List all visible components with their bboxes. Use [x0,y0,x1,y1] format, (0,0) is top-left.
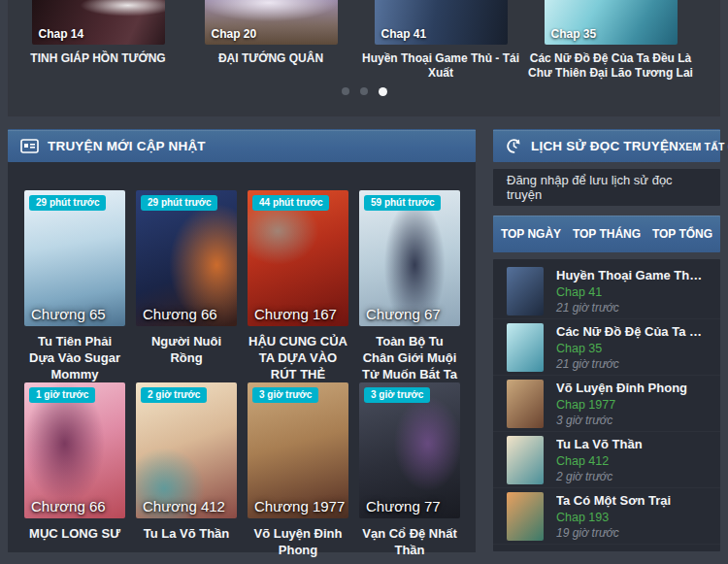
section-title: LỊCH SỬ ĐỌC TRUYỆN [531,139,678,153]
manga-card[interactable]: 29 phút trước Chương 65 Tu Tiên Phải Dựa… [24,190,125,382]
carousel-title-link[interactable]: ĐẠI TƯỚNG QUÂN [187,51,354,66]
chapter-link[interactable]: Chap 35 [556,342,707,355]
carousel-pagination [8,87,720,96]
manga-title-link[interactable]: MỤC LONG SƯ [24,525,125,545]
manga-card[interactable]: 1 giờ trước Chương 66 MỤC LONG SƯ [24,382,125,558]
carousel-cover-image[interactable]: Chap 41 [375,0,508,45]
manga-title-link[interactable]: Các Nữ Đồ Đệ Của Ta Đều Là Chư... [556,324,707,339]
manga-card[interactable]: 44 phút trước Chương 167 HẬU CUNG CỦA TA… [248,190,348,382]
manga-cover[interactable]: 1 giờ trước Chương 66 [24,382,125,518]
carousel-cover-image[interactable]: Chap 14 [32,0,165,45]
manga-title-link[interactable]: Võ Luyện Đỉnh Phong [248,525,348,558]
update-time-badge: 59 phút trước [364,195,441,211]
manga-card[interactable]: 59 phút trước Chương 67 Toàn Bộ Tu Chân … [359,190,460,382]
update-time-badge: 3 giờ trước [364,387,430,403]
manga-title-link[interactable]: HẬU CUNG CỦA TA DỰA VÀO RÚT THẺ [248,333,348,382]
chapter-label: Chương 167 [254,306,337,322]
carousel-item[interactable]: Chap 14 TINH GIÁP HỒN TƯỚNG [15,0,182,66]
carousel-item[interactable]: Chap 20 ĐẠI TƯỚNG QUÂN [187,0,354,66]
top-item-text: Các Nữ Đồ Đệ Của Ta Đều Là Chư... Chap 3… [556,324,707,371]
top-list-item[interactable]: Huyền Thoại Game Thủ - Tái Xuất Chap 41 … [493,263,720,319]
carousel-title-link[interactable]: TINH GIÁP HỒN TƯỚNG [15,51,182,66]
manga-cover[interactable]: 2 giờ trước Chương 412 [136,382,237,518]
carousel-cover-image[interactable]: Chap 35 [545,0,678,45]
top-item-text: Tu La Võ Thần Chap 412 2 giờ trước [556,437,643,483]
chapter-link[interactable]: Chap 412 [556,454,643,468]
login-notice: Đăng nhập để lưu lịch sử đọc truyện [493,169,720,206]
tab-top-total[interactable]: TOP TỔNG [645,227,720,241]
history-header: LỊCH SỬ ĐỌC TRUYỆN XEM TẤT CẢ » [493,129,720,162]
manga-thumbnail[interactable] [507,267,544,315]
top-list: Huyền Thoại Game Thủ - Tái Xuất Chap 41 … [493,259,720,551]
manga-card[interactable]: 2 giờ trước Chương 412 Tu La Võ Thần [136,382,237,558]
sidebar: LỊCH SỬ ĐỌC TRUYỆN XEM TẤT CẢ » Đăng nhậ… [493,129,720,551]
carousel-chapter-label: Chap 41 [381,27,427,41]
manga-thumbnail[interactable] [507,380,544,428]
update-time-badge: 29 phút trước [29,195,106,211]
carousel-dot[interactable] [360,87,368,95]
top-list-item[interactable]: Tu La Võ Thần Chap 412 2 giờ trước [493,432,720,488]
carousel-dot[interactable] [342,87,349,95]
manga-cover[interactable]: 3 giờ trước Chương 1977 [248,382,348,518]
carousel-title-link[interactable]: Huyền Thoại Game Thủ - Tái Xuất [357,51,524,81]
update-time-label: 3 giờ trước [556,414,687,427]
manga-thumbnail[interactable] [507,492,544,541]
update-time-badge: 44 phút trước [252,195,329,211]
chapter-link[interactable]: Chap 193 [556,511,671,524]
manga-title-link[interactable]: Tu Tiên Phải Dựa Vào Sugar Mommy [24,333,125,382]
manga-thumbnail[interactable] [507,323,544,372]
manga-title-link[interactable]: Toàn Bộ Tu Chân Giới Muội Tử Muốn Bắt Ta [359,333,460,382]
list-card-icon [20,139,39,153]
manga-cover[interactable]: 44 phút trước Chương 167 [248,190,348,326]
chapter-label: Chương 1977 [254,498,345,514]
carousel-chapter-label: Chap 20 [212,27,257,41]
manga-title-link[interactable]: Tu La Võ Thần [556,437,643,451]
manga-title-link[interactable]: Vạn Cổ Đệ Nhất Thần [359,525,460,558]
top-tabs: TOP NGÀY TOP THÁNG TOP TỔNG [493,216,720,252]
tab-top-month[interactable]: TOP THÁNG [569,227,645,241]
carousel-item[interactable]: Chap 41 Huyền Thoại Game Thủ - Tái Xuất [357,0,524,81]
carousel-chapter-label: Chap 35 [551,27,597,41]
new-updates-section: TRUYỆN MỚI CẬP NHẬT 29 phút trước Chương… [8,129,476,552]
manga-card[interactable]: 3 giờ trước Chương 1977 Võ Luyện Đỉnh Ph… [248,382,348,558]
chapter-label: Chương 66 [143,306,217,322]
carousel-cover-image[interactable]: Chap 20 [205,0,338,45]
top-item-text: Huyền Thoại Game Thủ - Tái Xuất Chap 41 … [556,268,707,315]
chapter-label: Chương 67 [366,306,441,322]
update-time-badge: 1 giờ trước [29,387,95,403]
carousel-dot-active[interactable] [379,87,387,96]
top-item-text: Võ Luyện Đỉnh Phong Chap 1977 3 giờ trướ… [556,381,687,427]
update-time-badge: 2 giờ trước [141,387,207,403]
manga-title-link[interactable]: Võ Luyện Đỉnh Phong [556,381,687,395]
view-all-link[interactable]: XEM TẤT CẢ » [678,141,728,152]
top-list-item[interactable]: Võ Luyện Đỉnh Phong Chap 1977 3 giờ trướ… [493,376,720,432]
top-list-item[interactable]: Các Nữ Đồ Đệ Của Ta Đều Là Chư... Chap 3… [493,319,720,376]
carousel-item[interactable]: Chap 35 Các Nữ Đồ Đệ Của Ta Đều Là Chư T… [527,0,694,81]
tab-top-day[interactable]: TOP NGÀY [493,227,569,241]
chapter-label: Chương 412 [143,498,225,514]
manga-title-link[interactable]: Người Nuôi Rồng [136,333,237,380]
update-time-label: 21 giờ trước [556,357,707,371]
carousel-title-link[interactable]: Các Nữ Đồ Đệ Của Ta Đều Là Chư Thiên Đại… [527,51,694,81]
top-item-text: Ta Có Một Sơn Trại Chap 193 19 giờ trước [556,493,671,540]
manga-card[interactable]: 29 phút trước Chương 66 Người Nuôi Rồng [136,190,237,382]
update-time-label: 19 giờ trước [556,526,671,540]
manga-card[interactable]: 3 giờ trước Chương 77 Vạn Cổ Đệ Nhất Thầ… [359,382,460,558]
manga-cover[interactable]: 29 phút trước Chương 66 [136,190,237,326]
update-time-label: 2 giờ trước [556,470,643,483]
manga-cover[interactable]: 59 phút trước Chương 67 [359,190,460,326]
manga-title-link[interactable]: Huyền Thoại Game Thủ - Tái Xuất [556,268,707,282]
chapter-link[interactable]: Chap 1977 [556,398,687,412]
new-updates-grid: 29 phút trước Chương 65 Tu Tiên Phải Dựa… [8,162,476,552]
featured-carousel: Chap 14 TINH GIÁP HỒN TƯỚNG Chap 20 ĐẠI … [8,0,720,116]
top-list-item[interactable]: Ta Có Một Sơn Trại Chap 193 19 giờ trước [493,488,720,545]
chapter-link[interactable]: Chap 41 [556,285,707,299]
carousel-chapter-label: Chap 14 [39,27,84,41]
manga-cover[interactable]: 29 phút trước Chương 65 [24,190,125,326]
manga-title-link[interactable]: Ta Có Một Sơn Trại [556,493,671,508]
manga-cover[interactable]: 3 giờ trước Chương 77 [359,382,460,518]
manga-title-link[interactable]: Tu La Võ Thần [136,525,237,545]
manga-thumbnail[interactable] [507,436,544,484]
new-updates-header: TRUYỆN MỚI CẬP NHẬT [8,129,476,162]
update-time-badge: 3 giờ trước [252,387,318,403]
